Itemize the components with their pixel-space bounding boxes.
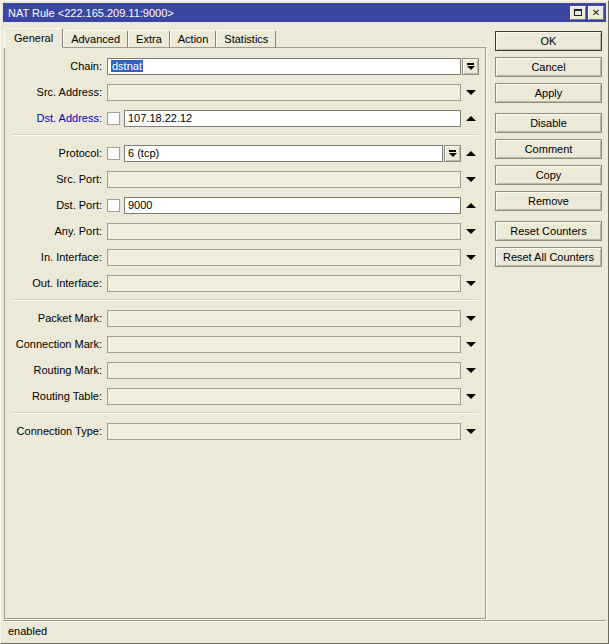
statusbar: enabled bbox=[3, 620, 606, 641]
field-row-src-port: Src. Port: bbox=[5, 166, 485, 192]
field-row-connection-type: Connection Type: bbox=[5, 418, 485, 444]
in-interface-input bbox=[107, 249, 461, 266]
protocol-dropdown-button[interactable] bbox=[444, 145, 461, 162]
protocol-negate-checkbox[interactable] bbox=[107, 147, 120, 160]
any-port-expand-button[interactable] bbox=[463, 223, 479, 240]
side-button-column: OK Cancel Apply Disable Comment Copy Rem… bbox=[495, 31, 602, 273]
connection-mark-expand-button[interactable] bbox=[463, 336, 479, 353]
packet-mark-expand-button[interactable] bbox=[463, 310, 479, 327]
any-port-label: Any. Port: bbox=[10, 225, 102, 237]
protocol-collapse-button[interactable] bbox=[463, 145, 479, 162]
ok-button[interactable]: OK bbox=[495, 31, 602, 51]
dst-address-collapse-button[interactable] bbox=[463, 110, 479, 127]
in-interface-label: In. Interface: bbox=[10, 251, 102, 263]
titlebar[interactable]: NAT Rule <222.165.209.11:9000> ✕ bbox=[3, 3, 606, 22]
copy-button[interactable]: Copy bbox=[495, 165, 602, 185]
maximize-button[interactable] bbox=[570, 6, 586, 20]
combo-dropdown-icon bbox=[449, 150, 457, 157]
separator bbox=[11, 412, 479, 414]
separator bbox=[11, 134, 479, 136]
protocol-combobox: 6 (tcp) bbox=[124, 145, 461, 162]
chain-selected-text: dstnat bbox=[111, 60, 143, 72]
dst-address-value: 107.18.22.12 bbox=[128, 112, 192, 124]
out-interface-expand-button[interactable] bbox=[463, 275, 479, 292]
connection-type-expand-button[interactable] bbox=[463, 423, 479, 440]
chevron-down-icon bbox=[466, 394, 476, 399]
chevron-up-icon bbox=[466, 203, 476, 208]
in-interface-expand-button[interactable] bbox=[463, 249, 479, 266]
window-controls: ✕ bbox=[570, 6, 604, 20]
protocol-value: 6 (tcp) bbox=[128, 147, 159, 159]
routing-table-expand-button[interactable] bbox=[463, 388, 479, 405]
src-port-expand-button[interactable] bbox=[463, 171, 479, 188]
reset-all-counters-button[interactable]: Reset All Counters bbox=[495, 247, 602, 267]
routing-mark-label: Routing Mark: bbox=[10, 364, 102, 376]
cancel-button[interactable]: Cancel bbox=[495, 57, 602, 77]
out-interface-input bbox=[107, 275, 461, 292]
maximize-icon bbox=[574, 9, 582, 16]
protocol-label: Protocol: bbox=[10, 147, 102, 159]
field-row-connection-mark: Connection Mark: bbox=[5, 331, 485, 357]
chain-combobox: dstnat bbox=[107, 58, 479, 75]
tab-statistics[interactable]: Statistics bbox=[216, 30, 276, 47]
chevron-down-icon bbox=[466, 229, 476, 234]
field-row-routing-mark: Routing Mark: bbox=[5, 357, 485, 383]
chevron-down-icon bbox=[466, 342, 476, 347]
dst-port-collapse-button[interactable] bbox=[463, 197, 479, 214]
routing-mark-expand-button[interactable] bbox=[463, 362, 479, 379]
remove-button[interactable]: Remove bbox=[495, 191, 602, 211]
apply-button[interactable]: Apply bbox=[495, 83, 602, 103]
chain-label: Chain: bbox=[10, 60, 102, 72]
src-address-label: Src. Address: bbox=[10, 86, 102, 98]
chevron-down-icon bbox=[466, 90, 476, 95]
chevron-down-icon bbox=[466, 429, 476, 434]
dst-port-input[interactable]: 9000 bbox=[124, 197, 461, 214]
disable-button[interactable]: Disable bbox=[495, 113, 602, 133]
src-address-expand-button[interactable] bbox=[463, 84, 479, 101]
reset-counters-button[interactable]: Reset Counters bbox=[495, 221, 602, 241]
out-interface-label: Out. Interface: bbox=[10, 277, 102, 289]
chain-input[interactable]: dstnat bbox=[107, 58, 461, 75]
src-port-input bbox=[107, 171, 461, 188]
field-row-chain: Chain: dstnat bbox=[5, 53, 485, 79]
chevron-down-icon bbox=[466, 255, 476, 260]
field-row-routing-table: Routing Table: bbox=[5, 383, 485, 409]
chevron-up-icon bbox=[466, 151, 476, 156]
routing-table-input bbox=[107, 388, 461, 405]
protocol-input[interactable]: 6 (tcp) bbox=[124, 145, 443, 162]
src-address-input bbox=[107, 84, 461, 101]
field-row-in-interface: In. Interface: bbox=[5, 244, 485, 270]
connection-type-label: Connection Type: bbox=[10, 425, 102, 437]
comment-button[interactable]: Comment bbox=[495, 139, 602, 159]
tab-advanced[interactable]: Advanced bbox=[63, 30, 128, 47]
tab-action[interactable]: Action bbox=[170, 30, 217, 47]
nat-rule-dialog: NAT Rule <222.165.209.11:9000> ✕ General… bbox=[0, 0, 609, 644]
chain-dropdown-button[interactable] bbox=[462, 58, 479, 75]
field-row-dst-address: Dst. Address: 107.18.22.12 bbox=[5, 105, 485, 131]
status-text: enabled bbox=[8, 625, 47, 637]
tab-bar: General Advanced Extra Action Statistics bbox=[4, 28, 276, 48]
connection-type-input bbox=[107, 423, 461, 440]
connection-mark-input bbox=[107, 336, 461, 353]
tab-extra[interactable]: Extra bbox=[128, 30, 170, 47]
dst-address-negate-checkbox[interactable] bbox=[107, 112, 120, 125]
chevron-down-icon bbox=[466, 316, 476, 321]
close-button[interactable]: ✕ bbox=[588, 6, 604, 20]
tab-general[interactable]: General bbox=[4, 28, 63, 48]
chevron-up-icon bbox=[466, 116, 476, 121]
src-port-label: Src. Port: bbox=[10, 173, 102, 185]
separator bbox=[11, 299, 479, 301]
packet-mark-label: Packet Mark: bbox=[10, 312, 102, 324]
field-row-protocol: Protocol: 6 (tcp) bbox=[5, 140, 485, 166]
field-row-any-port: Any. Port: bbox=[5, 218, 485, 244]
dst-address-input[interactable]: 107.18.22.12 bbox=[124, 110, 461, 127]
any-port-input bbox=[107, 223, 461, 240]
chevron-down-icon bbox=[466, 368, 476, 373]
field-row-src-address: Src. Address: bbox=[5, 79, 485, 105]
dst-port-value: 9000 bbox=[128, 199, 152, 211]
window-title: NAT Rule <222.165.209.11:9000> bbox=[8, 7, 174, 19]
combo-dropdown-icon bbox=[467, 63, 475, 70]
dst-address-label: Dst. Address: bbox=[10, 112, 102, 124]
field-row-out-interface: Out. Interface: bbox=[5, 270, 485, 296]
dst-port-negate-checkbox[interactable] bbox=[107, 199, 120, 212]
